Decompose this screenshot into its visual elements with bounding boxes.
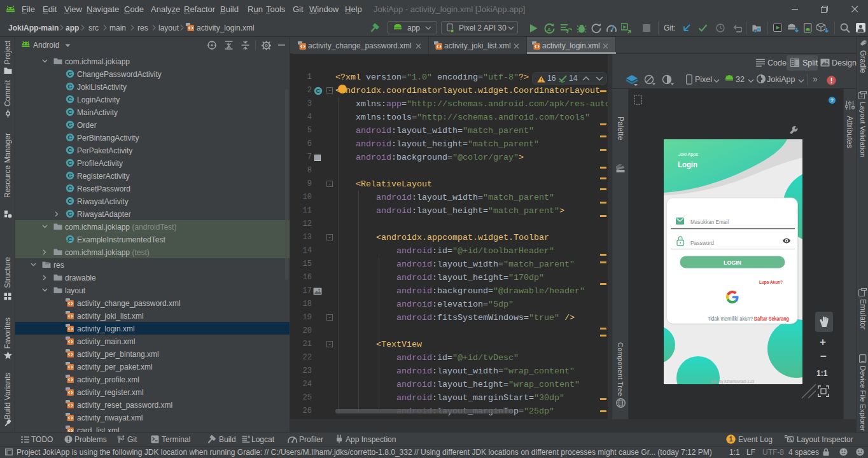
- svg-text:C: C: [68, 159, 73, 166]
- svg-text:C: C: [68, 146, 73, 153]
- svg-text:C: C: [68, 95, 73, 102]
- svg-text:C: C: [68, 184, 73, 191]
- svg-text:Daftar Sekarang: Daftar Sekarang: [754, 316, 789, 322]
- svg-text:Login: Login: [678, 160, 697, 169]
- svg-text:1: 1: [729, 436, 733, 443]
- svg-text:C: C: [68, 134, 73, 141]
- svg-text:C: C: [316, 87, 321, 94]
- svg-text:C: C: [68, 83, 73, 90]
- svg-text:LOGIN: LOGIN: [724, 260, 741, 266]
- svg-text:Password: Password: [690, 240, 714, 246]
- svg-text:C: C: [68, 197, 73, 204]
- svg-text:Masukkan Email: Masukkan Email: [690, 219, 729, 225]
- svg-text:C: C: [68, 172, 73, 179]
- svg-text:?: ?: [830, 97, 834, 103]
- svg-text:C: C: [68, 210, 73, 217]
- svg-text:Lupa Akun?: Lupa Akun?: [759, 279, 783, 285]
- svg-text:C: C: [68, 70, 73, 77]
- svg-text:C: C: [68, 121, 73, 128]
- svg-text:Tidak memiliki akun?: Tidak memiliki akun?: [708, 316, 753, 322]
- svg-text:A: A: [547, 27, 551, 32]
- svg-text:C: C: [68, 108, 73, 115]
- svg-text:spbo by AzharNovriadi 2.23: spbo by AzharNovriadi 2.23: [711, 379, 754, 384]
- svg-text:Joki Apps: Joki Apps: [678, 151, 698, 157]
